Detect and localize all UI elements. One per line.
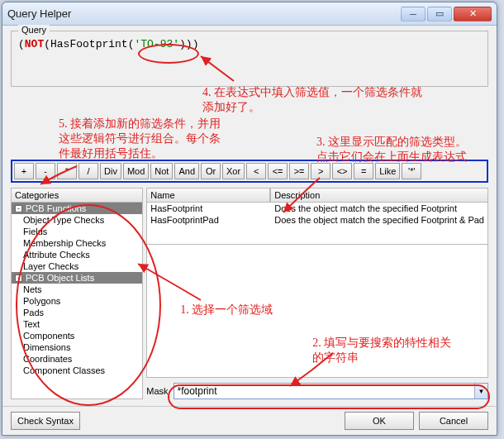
tree-group-pcb-functions[interactable]: -PCB Functions xyxy=(12,203,142,214)
window: Query Helper ─ ▭ ✕ Query (NOT(HasFootpri… xyxy=(2,2,497,436)
footer: Check Syntax OK Cancel xyxy=(2,406,497,435)
collapse-icon[interactable]: - xyxy=(15,205,22,212)
tree-item[interactable]: Attribute Checks xyxy=(12,249,142,260)
tree-item[interactable]: Components xyxy=(12,330,142,341)
tree-item[interactable]: Pads xyxy=(12,307,142,318)
operator-button-[interactable]: > xyxy=(311,163,330,179)
function-desc: Does the object match the specified Foot… xyxy=(274,215,484,225)
operator-button-[interactable]: < xyxy=(246,163,266,179)
operator-button-div[interactable]: Div xyxy=(100,163,121,179)
tree-item[interactable]: Membership Checks xyxy=(12,237,142,249)
right-column: Name Description HasFootprintDoes the ob… xyxy=(146,188,488,399)
tree-item[interactable]: Fields xyxy=(12,226,142,237)
maximize-button[interactable]: ▭ xyxy=(427,7,452,21)
minimize-button[interactable]: ─ xyxy=(401,7,426,21)
operator-button-like[interactable]: Like xyxy=(375,163,400,179)
body: Query (NOT(HasFootprint('TO-93'))) 4. 在表… xyxy=(2,26,497,406)
collapse-icon[interactable]: - xyxy=(15,274,22,282)
operator-toolbar: +-*/DivModNotAndOrXor<<=>=><>=Like'*' xyxy=(11,160,488,183)
window-controls: ─ ▭ ✕ xyxy=(401,7,492,21)
mask-row: Mask ▼ xyxy=(146,383,488,399)
mid-area: Categories -PCB FunctionsObject Type Che… xyxy=(11,188,488,399)
query-group-label: Query xyxy=(18,25,50,35)
blank-panel: 1. 选择一个筛选域 2. 填写与要搜索的特性相关 的字符串 xyxy=(146,245,488,378)
window-title: Query Helper xyxy=(7,7,71,20)
operator-button-[interactable]: - xyxy=(36,163,55,179)
categories-tree[interactable]: -PCB FunctionsObject Type ChecksFieldsMe… xyxy=(11,202,143,399)
operator-button-[interactable]: / xyxy=(78,163,98,179)
tree-item[interactable]: Polygons xyxy=(12,295,142,307)
name-desc-list[interactable]: HasFootprintDoes the object match the sp… xyxy=(146,202,488,245)
operator-button-[interactable]: '*' xyxy=(402,163,421,179)
operator-button-[interactable]: <= xyxy=(268,163,288,179)
mask-dropdown-button[interactable]: ▼ xyxy=(474,384,487,398)
description-header[interactable]: Description xyxy=(270,188,488,202)
tree-item[interactable]: Text xyxy=(12,318,142,330)
mask-label: Mask xyxy=(146,386,168,396)
operator-button-[interactable]: = xyxy=(354,163,373,179)
close-button[interactable]: ✕ xyxy=(454,7,492,21)
categories-column: Categories -PCB FunctionsObject Type Che… xyxy=(11,188,143,399)
function-name: HasFootprintPad xyxy=(150,215,274,225)
tree-item[interactable]: Coordinates xyxy=(12,353,142,365)
tree-item[interactable]: Dimensions xyxy=(12,341,142,353)
annotation-2: 2. 填写与要搜索的特性相关 的字符串 xyxy=(312,336,451,365)
tree-item[interactable]: Object Type Checks xyxy=(12,214,142,226)
operator-button-[interactable]: <> xyxy=(332,163,352,179)
operator-button-mod[interactable]: Mod xyxy=(123,163,149,179)
tree-group-pcb-object-lists[interactable]: -PCB Object Lists xyxy=(12,272,142,284)
annotation-4: 4. 在表达式中填入筛选值，一个筛选条件就 添加好了。 xyxy=(202,85,422,115)
tree-item[interactable]: Layer Checks xyxy=(12,260,142,272)
string-literal: 'TO-93' xyxy=(134,38,179,50)
mask-input[interactable] xyxy=(174,384,474,398)
operator-button-[interactable]: * xyxy=(57,163,77,179)
mask-combo[interactable]: ▼ xyxy=(174,383,488,399)
annotation-1: 1. 选择一个筛选域 xyxy=(180,303,273,317)
query-group: Query (NOT(HasFootprint('TO-93'))) xyxy=(11,31,488,87)
annotation-5: 5. 接着添加新的筛选条件，并用 这些逻辑符号进行组合。每个条 件最好用括号括住… xyxy=(59,117,221,162)
query-expression[interactable]: (NOT(HasFootprint('TO-93'))) xyxy=(18,38,481,78)
operator-button-and[interactable]: And xyxy=(174,163,199,179)
name-header[interactable]: Name xyxy=(146,188,270,202)
ok-button[interactable]: OK xyxy=(345,412,414,430)
function-desc: Does the object match the specified Foot… xyxy=(274,203,484,213)
function-row[interactable]: HasFootprintPadDoes the object match the… xyxy=(147,214,487,226)
tree-item[interactable]: Nets xyxy=(12,284,142,295)
operator-button-or[interactable]: Or xyxy=(201,163,221,179)
cancel-button[interactable]: Cancel xyxy=(419,412,488,430)
operator-button-[interactable]: >= xyxy=(289,163,309,179)
function-name: HasFootprint xyxy=(150,203,274,213)
operator-button-not[interactable]: Not xyxy=(150,163,173,179)
operator-button-xor[interactable]: Xor xyxy=(222,163,245,179)
function-row[interactable]: HasFootprintDoes the object match the sp… xyxy=(147,203,487,214)
categories-header: Categories xyxy=(11,188,143,202)
tree-item[interactable]: Component Classes xyxy=(12,365,142,376)
operator-button-[interactable]: + xyxy=(14,163,34,179)
titlebar[interactable]: Query Helper ─ ▭ ✕ xyxy=(2,2,497,26)
keyword-not: NOT xyxy=(25,38,44,50)
check-syntax-button[interactable]: Check Syntax xyxy=(11,412,80,430)
